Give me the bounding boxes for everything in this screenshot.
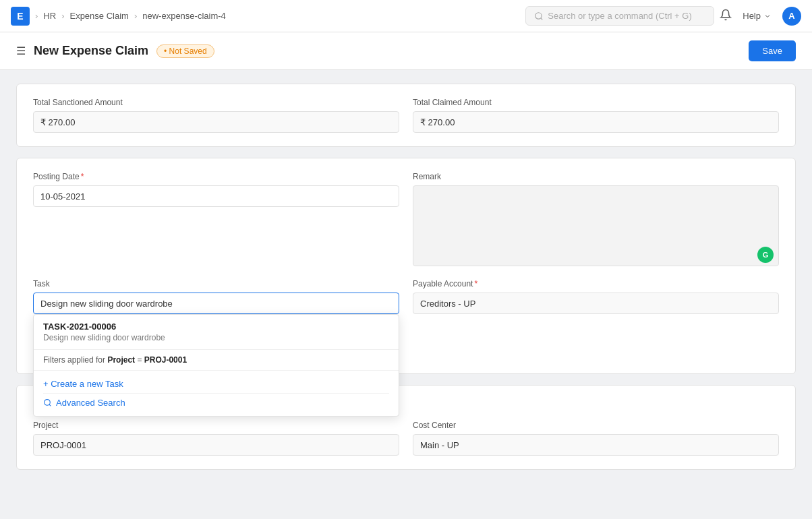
breadcrumb-hr[interactable]: HR <box>43 11 56 21</box>
posting-date-input[interactable] <box>33 185 399 207</box>
posting-date-label: Posting Date* <box>33 172 399 181</box>
dropdown-filter-info: Filters applied for Project = PROJ-0001 <box>34 350 399 371</box>
global-search[interactable]: Search or type a command (Ctrl + G) <box>525 6 714 26</box>
remark-field: Remark G <box>413 172 779 268</box>
cost-center-field: Cost Center Main - UP <box>413 421 779 456</box>
task-dropdown: TASK-2021-00006 Design new sliding door … <box>33 314 399 417</box>
app-logo[interactable]: E <box>11 7 30 26</box>
total-sanctioned-label: Total Sanctioned Amount <box>33 98 399 107</box>
avatar[interactable]: A <box>782 7 801 26</box>
notifications-bell[interactable] <box>720 9 732 23</box>
right-fields: Payable Account* Creditors - UP <box>413 279 779 314</box>
filter-field: Project <box>107 355 135 365</box>
svg-point-2 <box>45 400 51 406</box>
remark-label: Remark <box>413 172 779 181</box>
topnav-actions: Help A <box>720 7 801 26</box>
payable-account-label: Payable Account* <box>413 279 779 288</box>
svg-line-3 <box>49 404 51 406</box>
save-button[interactable]: Save <box>749 40 796 61</box>
total-sanctioned-value: ₹ 270.00 <box>33 111 399 133</box>
total-claimed-label: Total Claimed Amount <box>413 98 779 107</box>
project-field: Project PROJ-0001 <box>33 421 399 456</box>
breadcrumb-sep-2: › <box>61 11 64 21</box>
breadcrumb-sep-3: › <box>134 11 137 21</box>
payable-account-value[interactable]: Creditors - UP <box>413 293 779 314</box>
search-icon <box>43 398 52 407</box>
amounts-card: Total Sanctioned Amount ₹ 270.00 Total C… <box>16 84 796 147</box>
total-claimed-value: ₹ 270.00 <box>413 111 779 133</box>
cost-center-label: Cost Center <box>413 421 779 430</box>
page-title: New Expense Claim <box>34 44 148 58</box>
dropdown-item-task[interactable]: TASK-2021-00006 Design new sliding door … <box>34 315 399 350</box>
hamburger-menu[interactable]: ☰ <box>16 44 26 57</box>
breadcrumb-expense-claim[interactable]: Expense Claim <box>69 11 128 21</box>
help-menu[interactable]: Help <box>743 11 772 21</box>
dropdown-item-subtitle: Design new sliding door wardrobe <box>43 333 389 342</box>
payable-account-field: Payable Account* Creditors - UP <box>413 279 779 314</box>
task-field-container: Task TASK-2021-00006 Design new sliding … <box>33 279 399 314</box>
task-field-wrapper: TASK-2021-00006 Design new sliding door … <box>33 293 399 314</box>
filter-value: PROJ-0001 <box>144 355 187 365</box>
cost-center-value[interactable]: Main - UP <box>413 434 779 456</box>
remark-container: G <box>413 185 779 268</box>
svg-point-0 <box>535 12 542 18</box>
form-card: Posting Date* Remark G Task <box>16 158 796 374</box>
dropdown-item-title: TASK-2021-00006 <box>43 322 389 332</box>
breadcrumb-sep-1: › <box>35 11 38 21</box>
page-header: ☰ New Expense Claim • Not Saved Save <box>0 32 812 70</box>
main-content: Total Sanctioned Amount ₹ 270.00 Total C… <box>0 70 812 519</box>
search-placeholder: Search or type a command (Ctrl + G) <box>548 11 692 21</box>
grammarly-icon: G <box>757 247 774 263</box>
project-value[interactable]: PROJ-0001 <box>33 434 399 456</box>
topnav: E › HR › Expense Claim › new-expense-cla… <box>0 0 812 32</box>
posting-date-field: Posting Date* <box>33 172 399 268</box>
breadcrumb-current: new-expense-claim-4 <box>142 11 226 21</box>
remark-input[interactable] <box>413 185 779 266</box>
total-claimed-field: Total Claimed Amount ₹ 270.00 <box>413 98 779 133</box>
chevron-down-icon <box>763 12 772 20</box>
svg-line-1 <box>541 18 543 20</box>
create-task-link[interactable]: + Create a new Task <box>43 375 389 393</box>
dropdown-actions: + Create a new Task Advanced Search <box>34 371 399 416</box>
task-input[interactable] <box>33 293 399 314</box>
search-icon <box>534 11 544 21</box>
status-badge: • Not Saved <box>156 44 214 58</box>
project-label: Project <box>33 421 399 430</box>
task-label: Task <box>33 279 399 288</box>
advanced-search-link[interactable]: Advanced Search <box>43 394 389 412</box>
total-sanctioned-field: Total Sanctioned Amount ₹ 270.00 <box>33 98 399 133</box>
